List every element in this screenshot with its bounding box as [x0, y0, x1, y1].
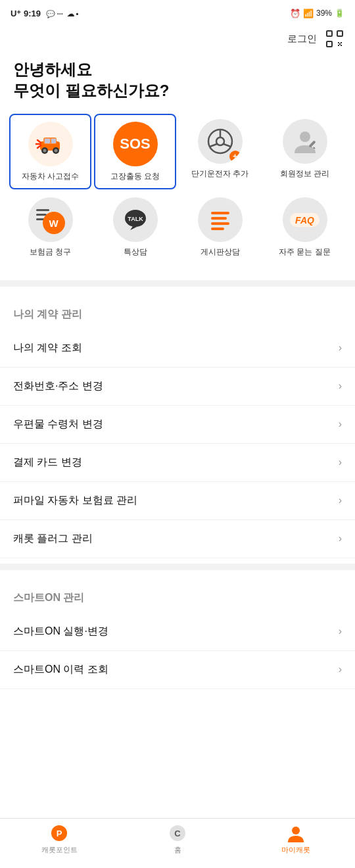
carrier-time: U⁺ 9:19 💬 ··· ☁ •: [11, 9, 78, 18]
svg-rect-32: [211, 222, 229, 225]
member-info-label: 회원정보 관리: [280, 169, 329, 180]
service-item-board-consult[interactable]: 게시판상담: [178, 191, 262, 264]
svg-rect-1: [337, 31, 343, 36]
status-icons: ⏰ 📶 39% 🔋: [290, 9, 344, 18]
divider-1: [0, 280, 355, 287]
battery-icon: 🔋: [335, 9, 344, 18]
menu-item-contract-lookup[interactable]: 나의 계약 조회 ›: [0, 329, 355, 368]
service-item-faq[interactable]: FAQ 자주 묻는 질문: [262, 191, 347, 264]
contract-lookup-label: 나의 계약 조회: [13, 341, 82, 355]
svg-point-15: [54, 149, 57, 152]
menu-item-phone-address[interactable]: 전화번호·주소 변경 ›: [0, 368, 355, 406]
svg-point-38: [292, 827, 300, 834]
carrot-point-icon: P: [50, 824, 68, 842]
my-carrot-icon: [287, 824, 305, 842]
svg-rect-3: [338, 42, 339, 43]
carrot-point-nav-label: 캐롯포인트: [41, 845, 78, 855]
home-icon: C: [168, 824, 187, 842]
greeting-title: 안녕하세요 무엇이 필요하신가요?: [13, 59, 342, 102]
chevron-right-icon: ›: [339, 342, 342, 354]
svg-point-24: [300, 132, 310, 142]
payment-card-label: 결제 카드 변경: [13, 456, 82, 470]
svg-line-23: [224, 144, 231, 147]
smart-on-menu-list: 스마트ON 실행·변경 › 스마트ON 이력 조회 ›: [0, 613, 355, 689]
accident-icon: [35, 128, 66, 160]
scan-button[interactable]: [325, 29, 344, 49]
carrot-plug-label: 캐롯 플러그 관리: [13, 532, 93, 546]
chevron-right-icon-3: ›: [339, 418, 342, 430]
member-icon: [292, 128, 318, 155]
sos-label: 고장출동 요청: [110, 172, 160, 182]
service-item-sos[interactable]: SOS 고장출동 요청: [94, 114, 176, 190]
sos-icon: SOS: [120, 135, 150, 153]
insurance-icon: W: [36, 205, 65, 234]
greeting-section: 안녕하세요 무엇이 필요하신가요?: [0, 54, 355, 112]
svg-line-16: [37, 140, 41, 143]
svg-line-22: [210, 144, 217, 147]
chevron-right-icon-4: ›: [339, 456, 342, 468]
contract-section: 나의 계약 관리 나의 계약 조회 › 전화번호·주소 변경 › 우편물 수령처…: [0, 292, 355, 558]
add-badge: +: [229, 151, 241, 162]
service-grid: 자동차 사고접수 SOS 고장출동 요청 + 단기운전자 추가: [0, 112, 355, 275]
menu-item-payment-card[interactable]: 결제 카드 변경 ›: [0, 444, 355, 482]
menu-item-mail-address[interactable]: 우편물 수령처 변경 ›: [0, 406, 355, 444]
smart-on-section-title: 스마트ON 관리: [0, 575, 355, 613]
login-button[interactable]: 로그인: [287, 33, 317, 45]
short-driver-label: 단기운전자 추가: [191, 169, 248, 180]
svg-rect-30: [211, 212, 229, 214]
svg-rect-11: [51, 139, 56, 143]
nav-item-my-carrot[interactable]: 마이캐롯: [273, 824, 319, 855]
faq-label: 자주 묻는 질문: [279, 247, 331, 258]
alarm-icon: ⏰: [290, 9, 300, 18]
menu-item-permile[interactable]: 퍼마일 자동차 보험료 관리 ›: [0, 482, 355, 520]
svg-point-20: [216, 137, 224, 145]
chevron-right-icon-2: ›: [339, 380, 342, 392]
svg-text:P: P: [57, 829, 62, 838]
special-consult-label: 특상담: [124, 247, 147, 258]
chevron-right-icon-8: ›: [339, 663, 342, 675]
svg-rect-5: [338, 45, 339, 46]
my-carrot-nav-label: 마이캐롯: [281, 845, 310, 855]
bottom-nav: P 캐롯포인트 C 홈 마이캐롯: [0, 818, 355, 868]
svg-marker-28: [130, 226, 137, 230]
insurance-claim-label: 보험금 청구: [30, 247, 71, 258]
board-icon: [207, 206, 233, 233]
accident-label: 자동차 사고접수: [22, 172, 79, 182]
svg-rect-31: [211, 217, 227, 220]
home-nav-label: 홈: [174, 845, 181, 855]
service-item-member-info[interactable]: 회원정보 관리: [262, 112, 347, 191]
svg-rect-33: [211, 228, 224, 230]
svg-rect-2: [327, 41, 332, 47]
board-consult-label: 게시판상담: [201, 247, 240, 258]
contract-menu-list: 나의 계약 조회 › 전화번호·주소 변경 › 우편물 수령처 변경 › 결제 …: [0, 329, 355, 558]
smart-on-run-label: 스마트ON 실행·변경: [13, 625, 108, 639]
chevron-right-icon-6: ›: [339, 533, 342, 544]
steering-wheel-icon: [206, 127, 235, 156]
service-item-insurance-claim[interactable]: W 보험금 청구: [8, 191, 93, 264]
service-item-short-driver[interactable]: + 단기운전자 추가: [178, 112, 262, 191]
chevron-right-icon-7: ›: [339, 625, 342, 637]
svg-rect-25: [308, 140, 316, 147]
status-bar: U⁺ 9:19 💬 ··· ☁ • ⏰ 📶 39% 🔋: [0, 0, 355, 24]
service-item-special-consult[interactable]: TALK 특상담: [93, 191, 178, 264]
svg-marker-26: [314, 147, 316, 149]
nav-item-home[interactable]: C 홈: [154, 824, 201, 855]
battery-level: 39%: [316, 9, 332, 18]
nav-item-carrot-point[interactable]: P 캐롯포인트: [36, 824, 82, 855]
svg-rect-0: [327, 31, 332, 36]
svg-rect-6: [341, 45, 342, 46]
menu-item-smart-on-run[interactable]: 스마트ON 실행·변경 ›: [0, 613, 355, 651]
menu-item-smart-on-history[interactable]: 스마트ON 이력 조회 ›: [0, 651, 355, 689]
menu-item-carrot-plug[interactable]: 캐롯 플러그 관리 ›: [0, 520, 355, 558]
smart-on-section: 스마트ON 관리 스마트ON 실행·변경 › 스마트ON 이력 조회 ›: [0, 575, 355, 689]
faq-icon: FAQ: [290, 213, 320, 227]
smart-on-history-label: 스마트ON 이력 조회: [13, 663, 108, 677]
permile-label: 퍼마일 자동차 보험료 관리: [13, 494, 137, 508]
talk-icon: TALK: [121, 205, 150, 234]
phone-address-label: 전화번호·주소 변경: [13, 379, 103, 393]
signal-icon: 📶: [303, 9, 314, 18]
svg-text:TALK: TALK: [128, 216, 143, 222]
mail-address-label: 우편물 수령처 변경: [13, 418, 103, 431]
service-item-accident[interactable]: 자동차 사고접수: [9, 114, 91, 190]
svg-rect-4: [341, 42, 342, 43]
